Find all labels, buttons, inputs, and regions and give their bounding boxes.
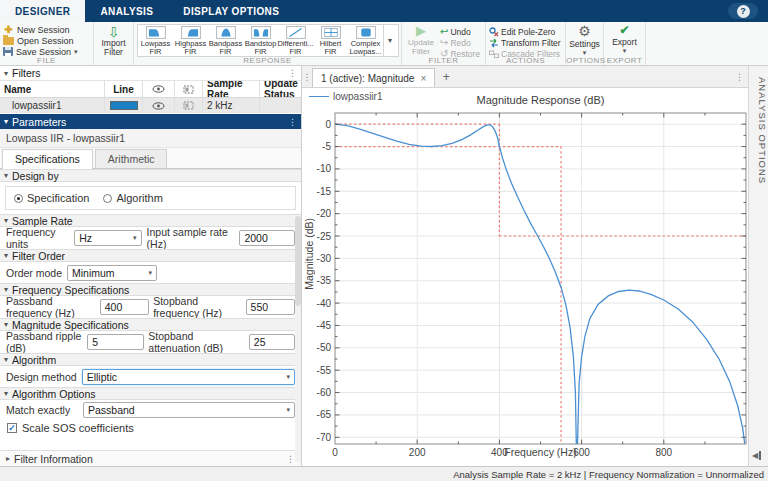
transform-filter-label: Transform Filter: [501, 38, 561, 48]
differentiator-fir-button[interactable]: Differenti... FIR: [278, 25, 313, 56]
tab-analysis[interactable]: ANALYSIS: [85, 0, 168, 22]
open-session-button[interactable]: Open Session: [3, 35, 90, 46]
visibility-toggle[interactable]: [143, 98, 175, 113]
stopband-frequency-field[interactable]: 550: [246, 299, 295, 315]
magnitude-tab[interactable]: 1 (active): Magnitude ×: [312, 68, 435, 87]
new-session-button[interactable]: ✚ New Session: [3, 24, 90, 35]
panel-menu-icon[interactable]: ⋮: [735, 72, 744, 82]
sample-rate-label: Sample Rate: [12, 215, 73, 227]
collapse-triangle-icon: ▾: [4, 285, 8, 294]
complex-lowpass-button[interactable]: Complex Lowpas...: [348, 25, 383, 56]
add-tab-button[interactable]: +: [435, 66, 457, 87]
highpass-fir-button[interactable]: Highpass FIR: [173, 25, 208, 56]
bandpass-fir-button[interactable]: Bandpass FIR: [208, 25, 243, 56]
filters-panel-header[interactable]: ▾ Filters ⋮: [0, 66, 301, 81]
order-mode-value: Minimum: [72, 267, 115, 279]
redo-icon: ↪: [440, 37, 448, 48]
algorithm-options-header[interactable]: ▾ Algorithm Options: [0, 387, 301, 400]
filter-information-label: Filter Information: [14, 453, 93, 465]
figure-panel: ⋮ 1 (active): Magnitude × + ⋮ 0200400600…: [302, 66, 748, 466]
line-color-swatch[interactable]: [110, 101, 138, 110]
design-by-header[interactable]: ▾ Design by: [0, 169, 301, 182]
filter-order-header[interactable]: ▾ Filter Order: [0, 249, 301, 262]
panel-menu-icon[interactable]: ⋮: [286, 454, 295, 464]
legend-line-icon: [309, 96, 329, 97]
input-sample-rate-field[interactable]: 2000: [239, 230, 295, 246]
stopband-frequency-label: Stopband frequency (Hz): [153, 295, 241, 319]
tab-designer[interactable]: DESIGNER: [0, 0, 85, 22]
left-panel-scrollbar[interactable]: [295, 216, 301, 462]
passband-frequency-field[interactable]: 400: [100, 299, 149, 315]
radio-dot-icon: [103, 194, 112, 203]
bandstop-fir-button[interactable]: Bandstop FIR: [243, 25, 278, 56]
help-button[interactable]: ?: [728, 3, 758, 19]
tab-display-options[interactable]: DISPLAY OPTIONS: [168, 0, 294, 22]
algorithm-header[interactable]: ▾ Algorithm: [0, 353, 301, 366]
scrollbar-thumb[interactable]: [295, 216, 301, 306]
radio-algorithm-label: Algorithm: [116, 192, 162, 204]
design-method-value: Elliptic: [87, 371, 117, 383]
file-section-label: FILE: [0, 56, 93, 65]
radio-specification[interactable]: Specification: [14, 192, 89, 204]
parameters-subtitle: Lowpass IIR - lowpassiir1: [0, 129, 301, 148]
parameters-title: Parameters: [12, 116, 66, 128]
export-button[interactable]: ✔ Export ▾: [605, 24, 644, 55]
radio-algorithm[interactable]: Algorithm: [103, 192, 162, 204]
scale-sos-checkbox[interactable]: ✓ Scale SOS coefficients: [0, 420, 301, 436]
stopband-attenuation-field[interactable]: 25: [249, 334, 295, 350]
lowpass-fir-label: Lowpass FIR: [138, 40, 173, 56]
update-filter-button[interactable]: ▶ Update Filter: [404, 24, 438, 56]
x-axis-label: Frequency (Hz): [335, 446, 746, 458]
order-mode-label: Order mode: [6, 267, 62, 279]
filter-row-lowpassiir1[interactable]: lowpassiir1 2 kHz: [0, 98, 301, 113]
differentiator-fir-icon: [286, 26, 306, 39]
ribbon-tab-bar: DESIGNER ANALYSIS DISPLAY OPTIONS ?: [0, 0, 768, 22]
collapse-triangle-icon: ▾: [4, 251, 8, 260]
ribbon-section-export: ✔ Export ▾ EXPORT: [604, 22, 646, 65]
panel-menu-icon[interactable]: ⋮: [288, 117, 297, 127]
settings-label: Settings: [569, 39, 600, 49]
main-area: ▾ Filters ⋮ Name Line Sample Rate Update…: [0, 66, 768, 466]
design-method-select[interactable]: Elliptic ▾: [82, 369, 295, 385]
panel-handle-icon[interactable]: ⋮: [302, 66, 312, 87]
lowpass-fir-button[interactable]: Lowpass FIR: [138, 25, 173, 56]
expand-panel-icon[interactable]: ◀: [752, 451, 761, 460]
order-mode-select[interactable]: Minimum ▾: [67, 265, 157, 281]
redo-button[interactable]: ↪ Redo: [440, 37, 480, 48]
import-filter-button[interactable]: ⇩ Import Filter: [96, 25, 131, 57]
close-icon[interactable]: ×: [420, 73, 426, 84]
actions-section-label: ACTIONS: [486, 56, 565, 65]
plot-title: Magnitude Response (dB): [335, 94, 746, 106]
hilbert-fir-button[interactable]: Hilbert FIR: [313, 25, 348, 56]
bandstop-fir-icon: [251, 26, 271, 39]
analysis-options-strip[interactable]: ANALYSIS OPTIONS ◀: [748, 66, 768, 466]
tab-specifications[interactable]: Specifications: [2, 149, 93, 169]
svg-text:0: 0: [325, 119, 331, 130]
eye-icon: [152, 102, 165, 110]
match-exactly-select[interactable]: Passband ▾: [83, 402, 295, 418]
gallery-expand-button[interactable]: ▾: [383, 25, 396, 56]
settings-button[interactable]: ⚙ Settings ▾: [567, 24, 602, 57]
frequency-units-value: Hz: [79, 232, 92, 244]
radio-specification-label: Specification: [27, 192, 89, 204]
highpass-fir-label: Highpass FIR: [173, 40, 208, 56]
frequency-units-select[interactable]: Hz ▾: [74, 230, 141, 246]
edit-pole-zero-button[interactable]: Edit Pole-Zero: [489, 26, 563, 37]
svg-text:-15: -15: [317, 186, 332, 197]
collapse-triangle-icon: ▾: [4, 389, 8, 398]
import-icon: ⇩: [108, 25, 120, 39]
tab-arithmetic[interactable]: Arithmetic: [95, 149, 168, 168]
passband-ripple-field[interactable]: 5: [87, 334, 144, 350]
filter-information-header[interactable]: ▸ Filter Information ⋮: [0, 450, 301, 466]
undo-button[interactable]: ↩ Undo: [440, 26, 480, 37]
mask-toggle[interactable]: [175, 98, 203, 113]
design-by-label: Design by: [12, 170, 59, 182]
transform-filter-button[interactable]: Transform Filter: [489, 37, 563, 48]
ribbon-section-import: ⇩ Import Filter: [94, 22, 134, 65]
plus-icon: ✚: [3, 24, 14, 35]
frequency-specs-label: Frequency Specifications: [12, 284, 129, 296]
parameters-panel-header[interactable]: ▾ Parameters ⋮: [0, 114, 301, 129]
bandpass-fir-icon: [216, 26, 236, 39]
panel-menu-icon[interactable]: ⋮: [288, 68, 297, 78]
chevron-down-icon: ▾: [623, 47, 627, 55]
